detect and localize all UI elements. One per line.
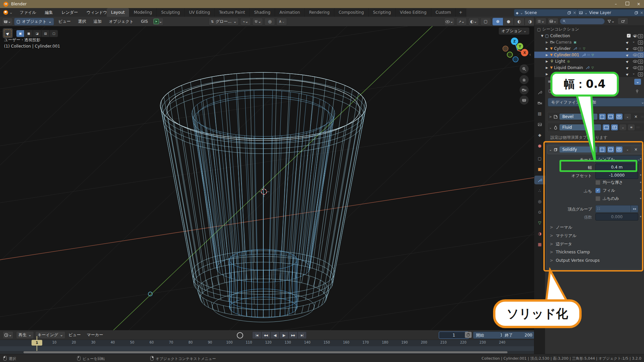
select-mode-invert[interactable]: ▤ (41, 30, 50, 37)
select-mode-new[interactable]: ▣ (16, 30, 24, 37)
tab-shading[interactable]: Shading (250, 8, 275, 17)
3d-viewport[interactable]: ▶ ▣ ■ ◪ ▤ ▢ ユーザー・透視投影 (1) Collection | C… (0, 26, 534, 330)
tab-particles[interactable]: ∴ (534, 186, 545, 195)
collection-row[interactable]: ▼ Collection ▶ (534, 33, 644, 39)
camera-row[interactable]: ▶ Camera ▣ ▶ (534, 39, 644, 45)
bevel-name-field[interactable]: Bevel (559, 114, 597, 120)
ortho-toggle-button[interactable] (520, 96, 529, 105)
menu-object[interactable]: オブジェクト (106, 17, 137, 26)
animate-dot[interactable] (640, 174, 641, 176)
disclosure-open-icon[interactable]: ▼ (541, 34, 543, 38)
selectable-icon[interactable]: ▶ (626, 72, 630, 76)
animate-dot[interactable] (640, 216, 641, 217)
tab-scripting[interactable]: Scripting (369, 8, 395, 17)
cylinder-001-row-selected[interactable]: ▶ ▼ Cylinder.001 ∷ ▽ ▶ (534, 52, 644, 58)
timeline-track[interactable] (0, 346, 534, 351)
modifier-bevel-header[interactable]: Bevel ∷∷ (547, 112, 644, 121)
hide-eye-icon[interactable] (633, 34, 637, 38)
render-visibility-icon[interactable] (638, 53, 643, 57)
pin-icon[interactable] (635, 89, 639, 94)
solidify-name-field[interactable]: Solidify (559, 146, 597, 153)
overlays-dropdown[interactable] (468, 18, 479, 25)
tab-modeling[interactable]: Modeling (129, 8, 157, 17)
xray-toggle[interactable] (480, 18, 491, 25)
scene-collection-row[interactable]: シーンコレクション (534, 26, 644, 33)
collapse-icon[interactable] (549, 126, 552, 129)
bevel-viewport-toggle[interactable] (607, 114, 614, 120)
fill-checkbox[interactable] (595, 188, 600, 193)
light-row[interactable]: ▶ Light ◎ ▶ (534, 58, 644, 64)
selectable-icon[interactable]: ▶ (626, 53, 630, 57)
collection-checkbox[interactable] (627, 34, 631, 38)
properties-editor-type-button[interactable] (548, 79, 556, 84)
solidify-edit-mode-toggle[interactable] (599, 146, 606, 153)
auto-keying-toggle[interactable] (237, 332, 243, 339)
fluid-viewport-toggle[interactable] (603, 124, 609, 130)
timeline-editor-type-button[interactable] (3, 331, 13, 339)
bevel-delete-button[interactable] (633, 114, 639, 120)
selectable-icon[interactable]: ▶ (626, 46, 630, 50)
new-scene-icon[interactable] (567, 11, 571, 15)
keying-menu[interactable]: キーイング (35, 331, 65, 339)
hidden-object-row[interactable]: ▶ ▶ (534, 71, 644, 77)
navigation-gizmo[interactable]: Z Y X (497, 29, 534, 70)
modifier-fluid-header[interactable]: Fluid ∷∷ (547, 123, 644, 132)
solidify-width-field[interactable]: 0.4 m (595, 164, 638, 171)
disclosure-icon[interactable]: ▶ (546, 72, 548, 76)
gis-tool-button[interactable]: ➤ (152, 18, 164, 25)
remove-view-layer-icon[interactable] (640, 10, 643, 15)
select-mode-intersect[interactable]: ▢ (50, 30, 58, 37)
section-edge-data[interactable]: 辺データ (550, 241, 572, 247)
new-collection-button[interactable] (618, 18, 628, 24)
tab-world[interactable]: ● (534, 141, 545, 150)
playback-menu[interactable]: 再生 (16, 331, 34, 339)
current-frame-field[interactable]: 1 (439, 331, 469, 339)
drag-handle-icon[interactable]: ∷∷ (641, 115, 644, 118)
hidden-eye-icon[interactable] (632, 40, 635, 43)
zoom-button[interactable] (520, 64, 529, 73)
section-materials[interactable]: マテリアル (550, 233, 576, 239)
tab-output[interactable]: ▤ (534, 109, 545, 118)
tab-custom[interactable]: Custom (431, 8, 456, 17)
proportional-falloff-dropdown[interactable] (276, 18, 287, 25)
shading-solid-button[interactable] (503, 18, 514, 25)
editor-type-button[interactable] (2, 18, 13, 25)
tab-compositing[interactable]: Compositing (334, 8, 369, 17)
render-visibility-icon[interactable] (638, 66, 643, 70)
proportional-editing-toggle[interactable] (264, 18, 275, 25)
section-thickness-clamp[interactable]: Thickness Clamp (550, 250, 590, 254)
mode-dropdown[interactable]: オブジェクト (14, 18, 54, 25)
fluid-extras-dropdown[interactable] (620, 124, 626, 130)
minimize-button[interactable]: – (613, 2, 619, 6)
menu-edit[interactable]: 編集 (41, 8, 57, 17)
tab-material[interactable]: ◑ (534, 229, 545, 238)
outliner-filter-mode-dropdown[interactable] (548, 18, 558, 24)
bevel-edit-mode-toggle[interactable] (599, 114, 606, 120)
timeline-scrollbar[interactable] (23, 351, 507, 353)
disclosure-icon[interactable]: ▶ (546, 60, 548, 63)
selectable-icon[interactable]: ▶ (626, 65, 630, 69)
tab-scene[interactable]: ◆ (534, 131, 545, 139)
collapse-icon[interactable] (549, 148, 552, 152)
rim-only-checkbox[interactable] (595, 196, 600, 201)
pan-button[interactable] (520, 75, 529, 84)
select-mode-subtract[interactable]: ◪ (33, 30, 41, 37)
unlink-scene-icon[interactable] (573, 10, 576, 15)
tab-uv-editing[interactable]: UV Editing (184, 8, 215, 17)
drag-handle-icon[interactable]: ∷∷ (641, 148, 644, 151)
gizmos-dropdown[interactable]: ↗ (456, 18, 467, 25)
add-modifier-button[interactable]: モディファイアーを追加 (548, 98, 644, 107)
end-frame-field[interactable]: 終了200 (502, 331, 535, 339)
hide-eye-icon[interactable] (633, 46, 637, 51)
hide-eye-icon[interactable] (633, 53, 637, 57)
next-keyframe-button[interactable]: ▶◆ (288, 331, 298, 339)
tab-physics[interactable]: ◎ (534, 197, 545, 206)
tab-rendering[interactable]: Rendering (305, 8, 334, 17)
fluid-render-toggle[interactable] (611, 124, 618, 130)
tab-object[interactable]: ■ (534, 165, 545, 174)
menu-add[interactable]: 追加 (91, 17, 105, 26)
bevel-extras-dropdown[interactable] (624, 114, 631, 120)
render-visibility-icon[interactable] (638, 72, 643, 76)
animate-dot[interactable] (640, 182, 641, 183)
solidify-delete-button[interactable] (633, 146, 639, 153)
